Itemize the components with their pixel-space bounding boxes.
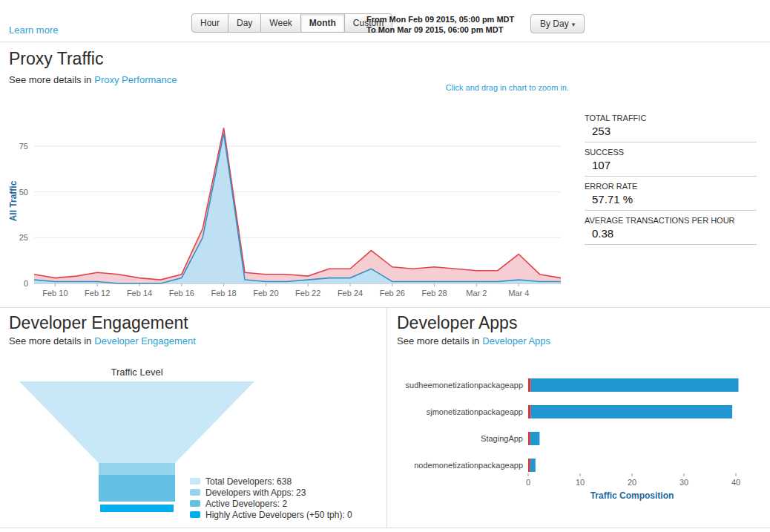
legend-swatch-icon <box>190 500 200 507</box>
developer-apps-chart: sudheemonetizationpackageappsjmonetizati… <box>392 371 766 505</box>
svg-text:25: 25 <box>19 233 28 242</box>
legend-label: Active Developers: 2 <box>205 499 287 509</box>
stat-total-traffic: TOTAL TRAFFIC 253 <box>585 111 757 142</box>
stat-value: 253 <box>585 125 757 137</box>
svg-text:Feb 22: Feb 22 <box>295 289 320 298</box>
stat-error-rate: ERROR RATE 57.71 % <box>585 180 757 211</box>
proxy-traffic-stats: TOTAL TRAFFIC 253 SUCCESS 107 ERROR RATE… <box>585 111 757 248</box>
date-from-label: From Mon Feb 09 2015, 05:00 pm MDT <box>366 14 514 24</box>
group-by-dropdown[interactable]: By Day▾ <box>530 14 585 33</box>
svg-text:Mar 2: Mar 2 <box>466 289 487 298</box>
svg-text:75: 75 <box>19 142 28 151</box>
svg-text:Feb 26: Feb 26 <box>380 289 405 298</box>
stat-value: 0.38 <box>585 227 757 240</box>
svg-text:Feb 14: Feb 14 <box>127 289 152 298</box>
svg-text:sjmonetizationpackageapp: sjmonetizationpackageapp <box>427 407 523 416</box>
svg-text:40: 40 <box>731 478 740 487</box>
subtitle-text: See more details in <box>9 74 91 85</box>
learn-more-link[interactable]: Learn more <box>9 24 58 36</box>
proxy-traffic-chart[interactable]: 0255075Feb 10Feb 12Feb 14Feb 16Feb 18Feb… <box>6 110 570 304</box>
legend-item: Active Developers: 2 <box>190 498 352 509</box>
legend-swatch-icon <box>190 489 200 496</box>
topbar-divider <box>0 42 770 42</box>
stat-avg-tph: AVERAGE TRANSACTIONS PER HOUR 0.38 <box>585 214 757 245</box>
date-range-label: From Mon Feb 09 2015, 05:00 pm MDT To Mo… <box>366 14 514 35</box>
time-button-day[interactable]: Day <box>228 13 261 33</box>
developer-engagement-title: Developer Engagement <box>9 313 188 333</box>
zoom-hint: Click and drag in chart to zoom in. <box>397 83 569 92</box>
svg-text:50: 50 <box>19 188 28 197</box>
svg-text:Mar 4: Mar 4 <box>508 289 529 298</box>
time-button-hour[interactable]: Hour <box>191 13 228 33</box>
developer-apps-subtitle: See more details inDeveloper Apps <box>397 335 550 347</box>
stat-label: TOTAL TRAFFIC <box>585 114 757 122</box>
stat-success: SUCCESS 107 <box>585 145 757 177</box>
vertical-divider <box>386 307 387 528</box>
svg-text:Feb 16: Feb 16 <box>169 289 194 298</box>
time-button-month[interactable]: Month <box>300 13 345 33</box>
date-to-label: To Mon Mar 09 2015, 06:00 pm MDT <box>366 24 514 35</box>
funnel-legend: Total Developers: 638Developers with App… <box>190 476 352 520</box>
proxy-performance-link[interactable]: Proxy Performance <box>94 74 177 85</box>
svg-text:nodemonetizationpackageapp: nodemonetizationpackageapp <box>414 461 523 470</box>
svg-text:All Traffic: All Traffic <box>8 180 19 221</box>
svg-text:Traffic Composition: Traffic Composition <box>590 490 674 501</box>
stat-value: 57.71 % <box>585 193 757 206</box>
developer-apps-chart-area: sudheemonetizationpackageappsjmonetizati… <box>392 371 766 507</box>
svg-text:0: 0 <box>526 478 530 487</box>
legend-label: Total Developers: 638 <box>205 476 292 487</box>
svg-text:Feb 10: Feb 10 <box>42 289 68 298</box>
group-by-label: By Day <box>540 19 569 29</box>
developer-engagement-subtitle: See more details inDeveloper Engagement <box>9 335 196 347</box>
developer-apps-title: Developer Apps <box>397 313 517 333</box>
svg-text:Feb 24: Feb 24 <box>338 289 363 298</box>
developer-apps-link[interactable]: Developer Apps <box>482 335 550 347</box>
legend-label: Developers with Apps: 23 <box>205 487 306 498</box>
subtitle-text: See more details in <box>9 335 91 347</box>
proxy-traffic-chart-area: 0255075Feb 10Feb 12Feb 14Feb 16Feb 18Feb… <box>6 110 570 304</box>
legend-item: Total Developers: 638 <box>190 476 352 487</box>
legend-swatch-icon <box>190 478 200 485</box>
section-divider <box>0 307 770 308</box>
svg-text:Feb 18: Feb 18 <box>211 289 236 298</box>
stat-label: SUCCESS <box>585 148 757 157</box>
time-button-week[interactable]: Week <box>260 13 300 33</box>
stat-label: AVERAGE TRANSACTIONS PER HOUR <box>585 216 757 225</box>
stat-value: 107 <box>585 159 757 171</box>
svg-text:10: 10 <box>576 478 585 487</box>
svg-text:0: 0 <box>24 279 28 288</box>
legend-label: Highly Active Developers (+50 tph): 0 <box>205 510 352 520</box>
subtitle-text: See more details in <box>397 335 479 347</box>
developer-engagement-link[interactable]: Developer Engagement <box>94 335 196 347</box>
svg-text:Feb 28: Feb 28 <box>421 289 447 298</box>
svg-text:StagingApp: StagingApp <box>481 434 523 443</box>
funnel-title: Traffic Level <box>9 367 265 378</box>
svg-text:Feb 20: Feb 20 <box>253 289 278 298</box>
proxy-traffic-subtitle: See more details inProxy Performance <box>9 74 177 85</box>
legend-swatch-icon <box>190 511 200 518</box>
time-range-button-group: Hour Day Week Month Custom <box>191 13 392 33</box>
svg-text:20: 20 <box>628 478 636 487</box>
svg-text:sudheemonetizationpackageapp: sudheemonetizationpackageapp <box>406 381 523 390</box>
proxy-traffic-title: Proxy Traffic <box>9 49 103 69</box>
legend-item: Developers with Apps: 23 <box>190 487 352 498</box>
caret-down-icon: ▾ <box>572 21 576 28</box>
bottom-divider <box>0 528 770 528</box>
stat-label: ERROR RATE <box>585 182 757 191</box>
svg-text:30: 30 <box>679 478 688 487</box>
svg-text:Feb 12: Feb 12 <box>85 289 110 298</box>
legend-item: Highly Active Developers (+50 tph): 0 <box>190 509 352 520</box>
